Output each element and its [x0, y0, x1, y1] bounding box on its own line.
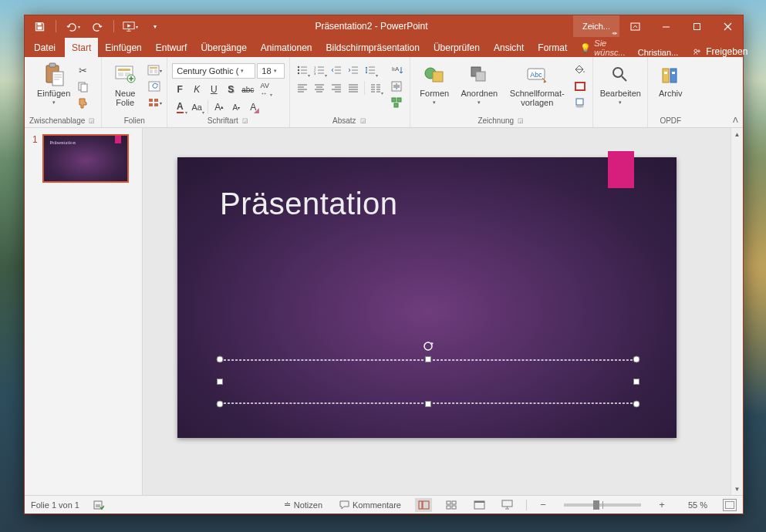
shrink-font-button[interactable]: A▾: [228, 99, 244, 115]
text-direction-button[interactable]: lıA: [390, 63, 405, 77]
slide-counter[interactable]: Folie 1 von 1: [31, 500, 79, 510]
align-center-button[interactable]: [312, 80, 327, 96]
qat-customize-icon[interactable]: ▾: [147, 18, 164, 35]
zoom-level[interactable]: 55 %: [678, 500, 707, 510]
zoom-out-button[interactable]: −: [538, 499, 548, 510]
zoom-slider[interactable]: [564, 503, 641, 507]
rotation-handle[interactable]: [423, 341, 434, 352]
font-size-combo[interactable]: 18▾: [257, 63, 285, 79]
cut-icon[interactable]: ✂: [76, 63, 91, 77]
reset-slide-icon[interactable]: [147, 79, 162, 93]
format-painter-icon[interactable]: [76, 96, 91, 109]
copy-icon[interactable]: [76, 79, 91, 93]
tab-view[interactable]: Ansicht: [487, 38, 531, 57]
paste-button[interactable]: Einfügen ▾: [35, 61, 73, 113]
close-button[interactable]: [712, 15, 743, 37]
spellcheck-status-icon[interactable]: [90, 498, 107, 512]
contextual-tab-label[interactable]: Zeich...: [573, 15, 619, 37]
tab-animations[interactable]: Animationen: [254, 38, 319, 57]
sorter-view-icon[interactable]: [443, 498, 460, 512]
clipboard-launcher-icon[interactable]: ◲: [87, 116, 96, 126]
zoom-in-button[interactable]: +: [656, 499, 667, 510]
font-color-button[interactable]: A: [172, 99, 187, 115]
slideshow-view-icon[interactable]: [498, 498, 515, 512]
scroll-down-icon[interactable]: ▼: [731, 483, 743, 495]
minimize-button[interactable]: [650, 15, 681, 37]
italic-button[interactable]: K: [189, 82, 204, 97]
reading-view-icon[interactable]: [471, 498, 488, 512]
handle-sw[interactable]: [217, 401, 224, 408]
handle-se[interactable]: [633, 401, 640, 408]
char-spacing-button[interactable]: AV↔: [257, 82, 272, 97]
tab-format[interactable]: Format: [531, 38, 574, 57]
strikethrough-button[interactable]: abc: [240, 82, 255, 97]
thumbnail-1[interactable]: 1 Präsentation: [32, 134, 134, 183]
slide-canvas[interactable]: Präsentation: [177, 157, 677, 438]
save-icon[interactable]: [31, 18, 48, 35]
scroll-up-icon[interactable]: ▲: [731, 128, 743, 140]
handle-ne[interactable]: [633, 356, 640, 363]
handle-w[interactable]: [217, 379, 223, 385]
thumbnail-preview[interactable]: Präsentation: [42, 134, 129, 183]
line-spacing-button[interactable]: [363, 62, 378, 78]
shape-effects-button[interactable]: [572, 96, 588, 109]
archive-button[interactable]: Archiv: [653, 61, 688, 113]
smartart-convert-button[interactable]: [390, 96, 405, 109]
grow-font-button[interactable]: A▴: [211, 99, 227, 115]
font-name-combo[interactable]: Century Gothic (▾: [172, 63, 255, 79]
change-case-button[interactable]: Aa: [189, 99, 204, 115]
arrange-button[interactable]: Anordnen▾: [457, 61, 501, 113]
quick-styles-button[interactable]: Abc Schnellformat- vorlagen: [504, 61, 569, 113]
handle-n[interactable]: [425, 356, 431, 362]
tab-start[interactable]: Start: [65, 38, 98, 57]
slideshow-start-icon[interactable]: ▾: [122, 18, 139, 35]
notes-button[interactable]: ≐ Notizen: [281, 498, 326, 511]
tab-design[interactable]: Entwurf: [149, 38, 194, 57]
columns-button[interactable]: [368, 80, 383, 96]
align-text-button[interactable]: [390, 79, 405, 93]
shapes-button[interactable]: Formen▾: [415, 61, 454, 113]
tab-file[interactable]: Datei: [25, 38, 65, 57]
drawing-launcher-icon[interactable]: ◲: [516, 116, 525, 126]
new-slide-button[interactable]: Neue Folie: [106, 61, 143, 113]
shape-outline-button[interactable]: [572, 79, 588, 93]
tab-insert[interactable]: Einfügen: [98, 38, 148, 57]
slide-title-text[interactable]: Präsentation: [220, 187, 398, 221]
subtitle-placeholder-selection[interactable]: [220, 359, 636, 404]
editing-button[interactable]: Bearbeiten▾: [598, 61, 643, 113]
maximize-button[interactable]: [681, 15, 712, 37]
vertical-scrollbar[interactable]: ▲ ▼: [731, 128, 743, 495]
tab-review[interactable]: Überprüfen: [427, 38, 487, 57]
share-button[interactable]: Freigeben: [684, 46, 755, 57]
redo-icon[interactable]: [89, 18, 106, 35]
decrease-indent-button[interactable]: [329, 62, 344, 78]
slide-layout-icon[interactable]: ▾: [147, 63, 162, 77]
font-launcher-icon[interactable]: ◲: [241, 116, 250, 126]
handle-s[interactable]: [425, 401, 431, 407]
zoom-slider-thumb[interactable]: [593, 500, 599, 510]
tab-slideshow[interactable]: Bildschirmpräsentation: [319, 38, 427, 57]
normal-view-icon[interactable]: [415, 498, 432, 512]
align-left-button[interactable]: [295, 80, 310, 96]
numbering-button[interactable]: 123: [312, 62, 327, 78]
shape-fill-button[interactable]: [572, 63, 588, 77]
tell-me-search[interactable]: 💡Sie wünsc...: [574, 39, 631, 57]
increase-indent-button[interactable]: [346, 62, 361, 78]
handle-e[interactable]: [633, 379, 639, 385]
slide-editor[interactable]: Präsentation ▲ ▼: [143, 128, 743, 495]
section-icon[interactable]: ▾: [147, 96, 162, 109]
account-user[interactable]: Christian...: [632, 48, 685, 57]
text-shadow-button[interactable]: S: [223, 82, 238, 97]
handle-nw[interactable]: [217, 356, 224, 363]
fit-to-window-icon[interactable]: [723, 499, 737, 511]
comments-button[interactable]: Kommentare: [336, 499, 404, 511]
clear-formatting-button[interactable]: A◢: [245, 99, 261, 115]
bullets-button[interactable]: [295, 62, 310, 78]
undo-icon[interactable]: ▾: [64, 18, 81, 35]
align-right-button[interactable]: [329, 80, 344, 96]
slide-thumbnails-panel[interactable]: 1 Präsentation: [25, 128, 143, 495]
justify-button[interactable]: [346, 80, 361, 96]
underline-button[interactable]: U: [206, 82, 221, 97]
ribbon-display-options-icon[interactable]: [619, 15, 650, 37]
paragraph-launcher-icon[interactable]: ◲: [359, 116, 368, 126]
